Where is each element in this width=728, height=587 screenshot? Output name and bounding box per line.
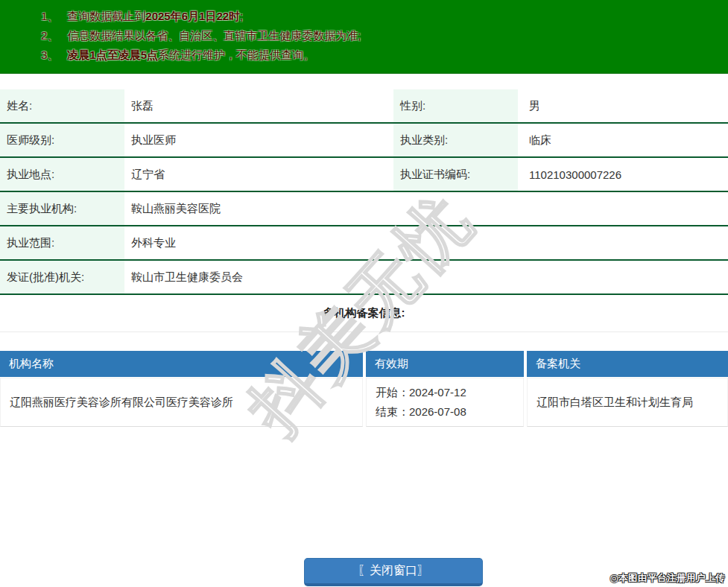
main-institution-value: 鞍山燕丽美容医院: [124, 192, 728, 225]
info-row-main-institution: 主要执业机构: 鞍山燕丽美容医院: [0, 192, 728, 226]
table-row: 辽阳燕丽医疗美容诊所有限公司医疗美容诊所 开始：2024-07-12 结束：20…: [0, 378, 728, 427]
info-row-location-license: 执业地点: 辽宁省 执业证书编码: 110210300007226: [0, 158, 728, 192]
validity-end-date: 2026-07-08: [409, 405, 466, 418]
license-number-value: 110210300007226: [518, 158, 728, 191]
validity-start-date: 2024-07-12: [409, 386, 466, 399]
gender-label: 性别:: [393, 89, 518, 122]
doctor-level-label: 医师级别:: [0, 124, 124, 156]
notice-text-bold: 凌晨1点至凌晨5点: [67, 48, 158, 61]
upload-note-watermark: ◎本图由平台注册用户上传: [610, 572, 725, 585]
issuing-authority-value: 鞍山市卫生健康委员会: [124, 261, 728, 294]
info-row-level-category: 医师级别: 执业医师 执业类别: 临床: [0, 124, 728, 158]
org-name-cell: 辽阳燕丽医疗美容诊所有限公司医疗美容诊所: [0, 378, 363, 427]
notice-number: 1、: [41, 7, 58, 26]
info-row-name-gender: 姓名: 张磊 性别: 男: [0, 89, 728, 124]
column-header-validity: 有效期: [366, 351, 524, 377]
validity-end: 结束：2026-07-08: [376, 402, 466, 422]
doctor-level-value: 执业医师: [124, 124, 393, 156]
issuing-authority-label: 发证(批准)机关:: [0, 261, 124, 294]
license-number-label: 执业证书编码:: [393, 158, 518, 191]
notice-text: ;: [240, 10, 243, 22]
name-label: 姓名:: [0, 89, 124, 122]
practice-category-value: 临床: [518, 124, 728, 156]
filing-authority-cell: 辽阳市白塔区卫生和计划生育局: [527, 378, 728, 427]
practice-scope-label: 执业范围:: [0, 226, 124, 259]
validity-end-label: 结束：: [376, 405, 409, 418]
filing-table: 机构名称 有效期 备案机关 辽阳燕丽医疗美容诊所有限公司医疗美容诊所 开始：20…: [0, 351, 728, 427]
notice-line-3: 3、凌晨1点至凌晨5点系统进行维护，不能提供查询。: [0, 45, 728, 65]
practice-location-label: 执业地点:: [0, 158, 124, 191]
doctor-info-table: 姓名: 张磊 性别: 男 医师级别: 执业医师 执业类别: 临床 执业地点: 辽…: [0, 89, 728, 295]
column-header-org-name: 机构名称: [0, 351, 363, 377]
validity-start: 开始：2024-07-12: [376, 383, 466, 402]
notice-line-1: 1、查询数据截止到2025年6月1日22时;: [0, 7, 728, 26]
notice-number: 2、: [41, 26, 58, 45]
gender-value: 男: [518, 89, 728, 122]
close-window-button[interactable]: 〖关闭窗口〗: [304, 558, 483, 586]
validity-cell: 开始：2024-07-12 结束：2026-07-08: [366, 378, 524, 427]
notice-text: 查询数据截止到: [67, 10, 145, 22]
filing-table-header: 机构名称 有效期 备案机关: [0, 351, 728, 377]
main-institution-label: 主要执业机构:: [0, 192, 124, 225]
practice-category-label: 执业类别:: [393, 124, 518, 156]
filing-section-header: 多机构备案信息:: [0, 295, 728, 332]
validity-start-label: 开始：: [376, 386, 409, 399]
query-result-page: 1、查询数据截止到2025年6月1日22时; 2、信息数据结果以各省、自治区、直…: [0, 0, 728, 587]
column-header-filing-authority: 备案机关: [527, 351, 728, 377]
notice-line-2: 2、信息数据结果以各省、自治区、直辖市卫生健康委数据为准;: [0, 26, 728, 45]
notice-banner: 1、查询数据截止到2025年6月1日22时; 2、信息数据结果以各省、自治区、直…: [0, 0, 728, 74]
practice-location-value: 辽宁省: [124, 158, 393, 191]
notice-number: 3、: [41, 45, 58, 65]
notice-text: 系统进行维护，不能提供查询。: [158, 48, 314, 61]
notice-text-bold: 2025年6月1日22时: [145, 10, 240, 22]
info-row-practice-scope: 执业范围: 外科专业: [0, 226, 728, 261]
notice-text: 信息数据结果以各省、自治区、直辖市卫生健康委数据为准;: [67, 29, 361, 42]
name-value: 张磊: [124, 89, 393, 122]
filing-section-title: 多机构备案信息:: [323, 306, 405, 320]
info-row-issuing-authority: 发证(批准)机关: 鞍山市卫生健康委员会: [0, 261, 728, 295]
practice-scope-value: 外科专业: [124, 226, 728, 259]
